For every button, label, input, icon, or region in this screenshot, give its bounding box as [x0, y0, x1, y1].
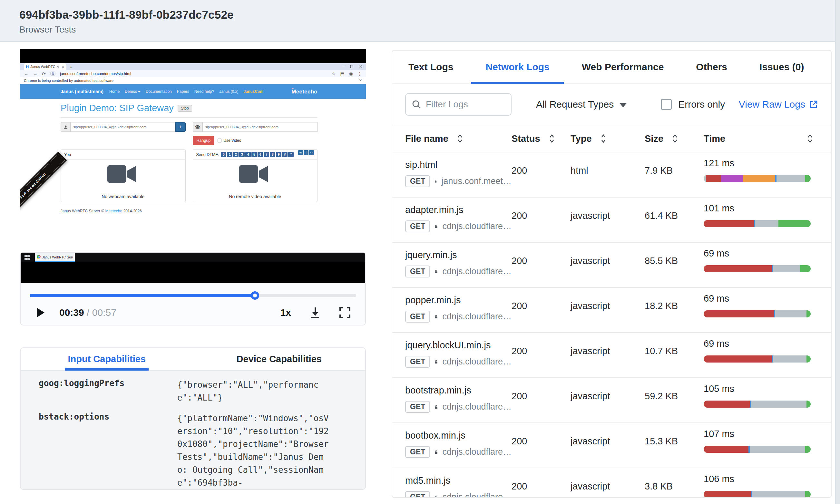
network-log-row[interactable]: sip.htmlGETjanus.conf.meet…200html7.9 KB… — [392, 152, 831, 197]
network-log-row[interactable]: adapter.min.jsGETcdnjs.cloudflare…200jav… — [392, 197, 831, 242]
request-size: 85.5 KB — [645, 242, 704, 287]
janus-navbar: Janus (multistream) HomeDemosDocumentati… — [20, 84, 366, 99]
tab-close-icon: ✕ — [61, 65, 65, 69]
request-types-dropdown[interactable]: All Request Types — [536, 99, 627, 110]
logs-tab-issues-0[interactable]: Issues (0) — [745, 51, 818, 84]
filter-logs-searchbox[interactable] — [405, 93, 512, 116]
request-domain: cdnjs.cloudflare… — [442, 492, 512, 498]
logs-tab-network-logs[interactable]: Network Logs — [471, 51, 564, 84]
timing-waterfall-bar — [704, 310, 811, 318]
lock-icon — [434, 358, 438, 366]
page-scrollbar[interactable] — [835, 0, 840, 504]
view-raw-logs-link[interactable]: View Raw Logs — [739, 99, 818, 110]
timing-segment — [704, 265, 772, 272]
phone-icon: ☎ — [193, 122, 202, 132]
chevron-down-icon — [620, 103, 627, 107]
janus-nav-papers: Papers — [177, 89, 189, 94]
dtmf-key-hash: # — [282, 152, 287, 157]
callee-uri-group: ☎ sip:appuser_000394_3@c5.dev.sipfront.c… — [193, 122, 318, 132]
logs-tab-others[interactable]: Others — [682, 51, 741, 84]
sort-icon — [807, 133, 813, 144]
request-domain: cdnjs.cloudflare… — [442, 402, 512, 412]
dtmf-key-2: 2 — [233, 152, 238, 157]
site-info-icon: ⇅ — [50, 72, 55, 76]
local-panel-title: You — [64, 152, 71, 157]
method-badge: GET — [405, 266, 430, 277]
play-button[interactable] — [37, 308, 44, 318]
column-label: Time — [704, 133, 725, 144]
network-log-row[interactable]: bootstrap.min.jsGETcdnjs.cloudflare…200j… — [392, 377, 831, 422]
file-name: sip.html — [405, 160, 512, 170]
dtmf-key-5: 5 — [251, 152, 257, 157]
lock-icon — [434, 177, 437, 186]
video-seekbar[interactable] — [30, 291, 356, 300]
chevron-down-icon — [138, 91, 141, 92]
timing-segment — [805, 446, 811, 453]
method-badge: GET — [405, 175, 430, 187]
request-types-value: All Request Types — [536, 99, 614, 110]
network-log-row[interactable]: md5.min.jsGETcdnjs.cloudflare…200javascr… — [392, 468, 831, 498]
status-code: 200 — [512, 423, 571, 468]
timing-segment — [806, 310, 811, 318]
request-size: 59.2 KB — [645, 378, 704, 422]
dtmf-key-8: 8 — [270, 152, 275, 157]
errors-only-checkbox[interactable] — [661, 99, 672, 110]
logs-table-body: sip.htmlGETjanus.conf.meet…200html7.9 KB… — [392, 152, 831, 498]
fullscreen-button[interactable] — [339, 307, 351, 318]
logs-tab-text-logs[interactable]: Text Logs — [394, 51, 467, 84]
caller-uri-field: sip:appuser_000394_4@c5.dev.sipfront.com — [70, 122, 175, 132]
window-close-icon: ✕ — [359, 64, 363, 69]
column-header-file-name[interactable]: File name — [405, 133, 512, 144]
filter-logs-input[interactable] — [426, 99, 497, 110]
network-log-row[interactable]: jquery.min.jsGETcdnjs.cloudflare…200java… — [392, 242, 831, 287]
chrome-icon — [37, 255, 41, 259]
request-time: 69 ms — [704, 293, 813, 304]
janus-nav-links: HomeDemosDocumentationPapersNeed help?Ja… — [109, 89, 264, 94]
share-icon: ↪ — [309, 150, 314, 155]
video-taskbar: Janus WebRTC Serv... — [21, 253, 365, 262]
page-subtitle: Browser Tests — [19, 24, 840, 35]
seekbar-handle[interactable] — [251, 291, 259, 300]
camera-icon — [239, 164, 271, 184]
capabilities-tabs: Input Capabilities Device Capabilities — [21, 348, 365, 371]
footer-text: Janus WebRTC Server © — [60, 209, 105, 213]
hangup-button: Hangup — [193, 136, 215, 145]
timing-segment — [775, 310, 806, 318]
network-log-row[interactable]: popper.min.jsGETcdnjs.cloudflare…200java… — [392, 287, 831, 332]
network-log-row[interactable]: jquery.blockUI.min.jsGETcdnjs.cloudflare… — [392, 332, 831, 377]
playback-speed-button[interactable]: 1x — [281, 307, 291, 318]
column-header-size[interactable]: Size — [645, 133, 704, 144]
column-header-status[interactable]: Status — [512, 133, 571, 144]
file-name: md5.min.js — [405, 475, 512, 486]
request-domain: cdnjs.cloudflare… — [442, 221, 512, 231]
save-page-icon: ⬒ — [340, 72, 344, 76]
download-button[interactable] — [310, 307, 321, 318]
column-header-time[interactable]: Time — [704, 133, 813, 144]
timing-segment — [806, 356, 811, 362]
request-size: 10.7 KB — [645, 333, 704, 377]
request-time: 69 ms — [704, 338, 813, 349]
logs-tab-web-performance[interactable]: Web Performance — [568, 51, 678, 84]
errors-only-option[interactable]: Errors only — [661, 99, 725, 110]
status-code: 200 — [512, 152, 571, 197]
timing-waterfall-bar — [704, 265, 811, 272]
lock-icon — [434, 448, 438, 456]
timing-segment — [704, 220, 754, 227]
request-type: html — [571, 152, 645, 197]
automation-infobar: Chrome is being controlled by automated … — [20, 77, 366, 84]
timing-waterfall-bar — [704, 400, 811, 408]
request-type: javascript — [571, 288, 645, 332]
timing-waterfall-bar — [704, 220, 811, 227]
tab-input-capabilities[interactable]: Input Capabilities — [21, 348, 193, 370]
request-type: javascript — [571, 242, 645, 287]
lock-icon — [434, 312, 438, 321]
forward-icon: → — [33, 72, 37, 76]
sort-icon — [457, 133, 463, 144]
request-type: javascript — [571, 378, 645, 422]
tab-device-capabilities[interactable]: Device Capabilities — [193, 348, 365, 370]
network-log-row[interactable]: bootbox.min.jsGETcdnjs.cloudflare…200jav… — [392, 422, 831, 468]
browser-addressbar: ← → ⟳ ⇅ janus.conf.meetecho.com/demos/si… — [20, 70, 366, 77]
column-header-type[interactable]: Type — [571, 133, 645, 144]
timing-segment — [704, 310, 774, 318]
sort-icon — [549, 133, 555, 144]
